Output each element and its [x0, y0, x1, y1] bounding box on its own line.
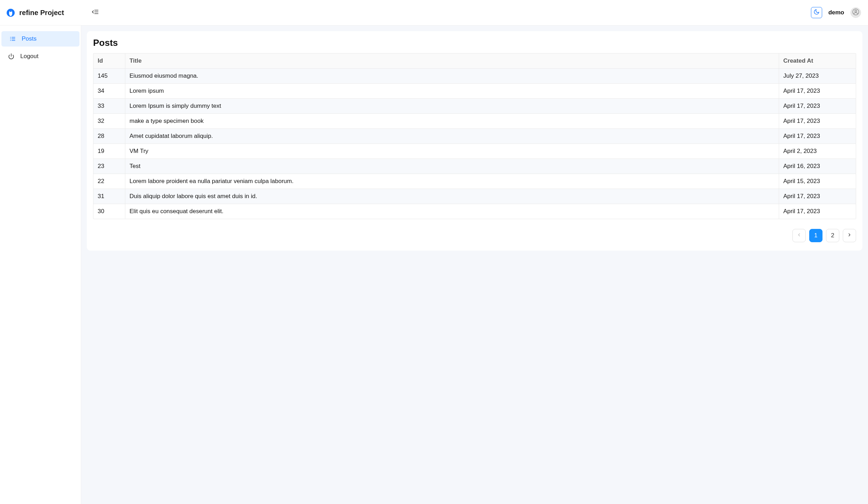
svg-point-2 [10, 10, 12, 12]
svg-point-11 [10, 37, 11, 38]
cell-created-at: April 17, 2023 [779, 189, 856, 204]
table-header-id[interactable]: Id [93, 54, 125, 69]
brand-logo-icon [6, 8, 15, 17]
cell-id: 33 [93, 99, 125, 114]
sidebar-collapse-button[interactable] [90, 7, 101, 18]
pagination-prev-button[interactable] [792, 229, 806, 242]
chevron-right-icon [847, 232, 852, 239]
table-row[interactable]: 28Amet cupidatat laborum aliquip.April 1… [93, 129, 856, 144]
table-row[interactable]: 31Duis aliquip dolor labore quis est ame… [93, 189, 856, 204]
cell-title: Amet cupidatat laborum aliquip. [125, 129, 779, 144]
brand[interactable]: refine Project [0, 8, 81, 17]
cell-id: 34 [93, 84, 125, 99]
sidebar: Posts Logout [0, 26, 81, 504]
cell-title: Lorem Ipsum is simply dummy text [125, 99, 779, 114]
table-header-created-at[interactable]: Created At [779, 54, 856, 69]
cell-id: 32 [93, 114, 125, 129]
list-icon [9, 36, 16, 42]
chevron-left-icon [797, 232, 802, 239]
pagination-next-button[interactable] [843, 229, 856, 242]
cell-id: 22 [93, 174, 125, 189]
posts-table: Id Title Created At 145Eiusmod eiusmod m… [93, 53, 856, 219]
cell-title: Lorem ipsum [125, 84, 779, 99]
cell-id: 28 [93, 129, 125, 144]
cell-title: Test [125, 159, 779, 174]
cell-created-at: July 27, 2023 [779, 69, 856, 84]
svg-point-7 [855, 10, 856, 12]
table-row[interactable]: 30Elit quis eu consequat deserunt elit.A… [93, 204, 856, 219]
table-row[interactable]: 22Lorem labore proident ea nulla pariatu… [93, 174, 856, 189]
page-title: Posts [93, 37, 856, 48]
cell-title: VM Try [125, 144, 779, 159]
cell-created-at: April 17, 2023 [779, 99, 856, 114]
cell-created-at: April 17, 2023 [779, 84, 856, 99]
content: Posts Id Title Created At 145Eiusmod eiu… [81, 26, 868, 504]
brand-title: refine Project [19, 9, 64, 17]
svg-point-12 [10, 38, 11, 39]
collapse-icon [92, 8, 99, 17]
cell-created-at: April 17, 2023 [779, 204, 856, 219]
user-icon [852, 8, 859, 17]
table-row[interactable]: 34Lorem ipsumApril 17, 2023 [93, 84, 856, 99]
pagination: 12 [93, 229, 856, 242]
cell-created-at: April 16, 2023 [779, 159, 856, 174]
moon-icon [813, 9, 820, 17]
sidebar-item-label: Logout [20, 53, 38, 60]
pagination-page-button[interactable]: 1 [809, 229, 822, 242]
cell-created-at: April 17, 2023 [779, 114, 856, 129]
svg-point-13 [10, 40, 11, 41]
power-icon [8, 53, 15, 59]
cell-title: Eiusmod eiusmod magna. [125, 69, 779, 84]
table-row[interactable]: 23TestApril 16, 2023 [93, 159, 856, 174]
table-row[interactable]: 32make a type specimen bookApril 17, 202… [93, 114, 856, 129]
cell-title: Elit quis eu consequat deserunt elit. [125, 204, 779, 219]
user-name: demo [828, 9, 844, 16]
cell-title: Lorem labore proident ea nulla pariatur … [125, 174, 779, 189]
cell-id: 145 [93, 69, 125, 84]
cell-id: 31 [93, 189, 125, 204]
cell-id: 19 [93, 144, 125, 159]
table-header-title[interactable]: Title [125, 54, 779, 69]
cell-title: make a type specimen book [125, 114, 779, 129]
pagination-page-button[interactable]: 2 [826, 229, 839, 242]
table-row[interactable]: 19VM TryApril 2, 2023 [93, 144, 856, 159]
cell-title: Duis aliquip dolor labore quis est amet … [125, 189, 779, 204]
cell-created-at: April 15, 2023 [779, 174, 856, 189]
card-posts: Posts Id Title Created At 145Eiusmod eiu… [87, 31, 862, 251]
cell-id: 23 [93, 159, 125, 174]
topbar: refine Project [0, 0, 868, 26]
sidebar-item-logout[interactable]: Logout [0, 49, 81, 64]
table-row[interactable]: 33Lorem Ipsum is simply dummy textApril … [93, 99, 856, 114]
cell-created-at: April 2, 2023 [779, 144, 856, 159]
sidebar-item-posts[interactable]: Posts [1, 31, 79, 47]
sidebar-item-label: Posts [22, 35, 37, 42]
user-avatar[interactable] [850, 7, 861, 18]
cell-created-at: April 17, 2023 [779, 129, 856, 144]
cell-id: 30 [93, 204, 125, 219]
table-row[interactable]: 145Eiusmod eiusmod magna.July 27, 2023 [93, 69, 856, 84]
theme-toggle-button[interactable] [811, 7, 822, 18]
